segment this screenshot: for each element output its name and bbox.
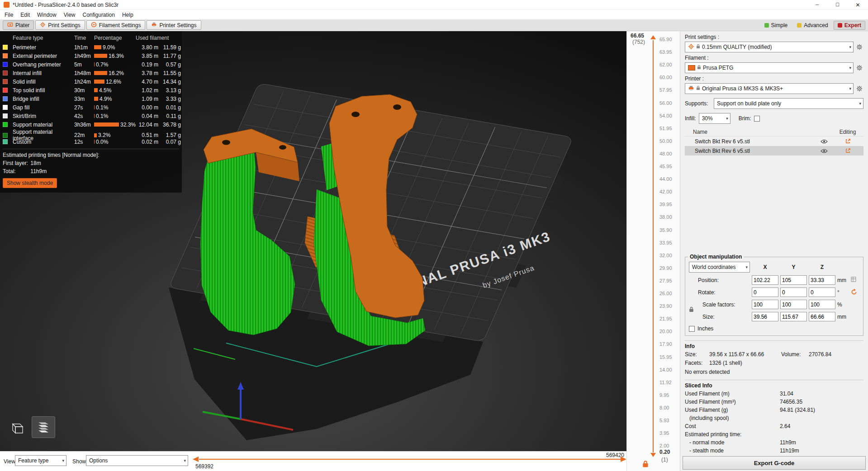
legend-row[interactable]: Custom12s0.0%0.02 m0.07 g — [0, 137, 182, 146]
filament-gear-button[interactable] — [855, 64, 863, 72]
legend-row[interactable]: Support material3h36m32.3%12.04 m36.78 g — [0, 120, 182, 129]
move-slider-track[interactable] — [199, 459, 621, 460]
percentage-bar — [94, 105, 95, 109]
grid-icon[interactable] — [851, 277, 860, 283]
uniform-scale-lock-icon[interactable] — [689, 306, 696, 314]
scale-z-field[interactable] — [809, 300, 835, 309]
filament-settings-tab-icon — [91, 22, 97, 29]
eye-icon[interactable] — [816, 149, 832, 153]
menu-edit[interactable]: Edit — [17, 11, 33, 19]
legend-row[interactable]: Internal infill1h48m16.2%3.78 m11.55 g — [0, 69, 182, 77]
tab-plater[interactable]: Plater — [3, 20, 34, 30]
filament-select[interactable]: Prusa PETG ▾ — [685, 62, 854, 73]
menu-view[interactable]: View — [60, 11, 79, 19]
layer-range-lock-icon[interactable] — [642, 460, 649, 469]
position-label: Position: — [698, 277, 750, 283]
legend-row[interactable]: Skirt/Brim42s0.1%0.04 m0.11 g — [0, 112, 182, 120]
preview-view-button[interactable] — [32, 416, 55, 438]
position-z-field[interactable] — [809, 275, 835, 285]
move-slider-left-arrow[interactable] — [193, 457, 199, 462]
object-list: Name Editing Switch Bkt Rev 6 v5.stl Swi… — [685, 127, 863, 250]
show-stealth-mode-button[interactable]: Show stealth mode — [3, 178, 57, 188]
chevron-down-icon: ▾ — [849, 86, 851, 91]
legend-row[interactable]: Top solid infill30m4.5%1.02 m3.13 g — [0, 86, 182, 94]
feature-percentage: 32.3% — [94, 122, 136, 128]
mode-simple[interactable]: Simple — [760, 21, 792, 30]
position-x-field[interactable] — [752, 275, 778, 285]
chevron-down-icon: ▾ — [859, 101, 861, 106]
print-settings-select[interactable]: 0.15mm QUALITY (modified) ▾ — [685, 42, 854, 52]
supports-select[interactable]: Support on build plate only ▾ — [714, 98, 863, 109]
eye-icon[interactable] — [816, 139, 832, 144]
position-y-field[interactable] — [780, 275, 807, 285]
feature-time: 1h49m — [74, 53, 94, 59]
tab-print-settings[interactable]: Print Settings — [35, 20, 85, 30]
maximize-button[interactable]: ☐ — [827, 0, 848, 9]
feature-time: 22m — [74, 132, 94, 138]
sliced-value: 94.81 (324.81) — [780, 407, 863, 413]
rotate-z-field[interactable] — [809, 287, 835, 297]
mode-expert[interactable]: Expert — [834, 21, 865, 30]
size-y-field[interactable] — [780, 312, 807, 321]
layer-tick-label: 23.90 — [659, 303, 672, 309]
sliced-value — [780, 415, 863, 421]
legend-row[interactable]: Overhang perimeter5m0.7%0.19 m0.57 g — [0, 60, 182, 69]
legend-row[interactable]: Solid infill1h24m12.6%4.70 m14.34 g — [0, 77, 182, 86]
feature-time: 42s — [74, 113, 94, 119]
size-x-field[interactable] — [752, 312, 778, 321]
legend-row[interactable]: Bridge infill33m4.9%1.09 m3.33 g — [0, 94, 182, 103]
object-settings-icon[interactable] — [832, 138, 863, 144]
print-settings-gear-button[interactable] — [855, 43, 863, 51]
move-slider-right-arrow[interactable] — [621, 457, 626, 462]
editor-view-button[interactable] — [5, 416, 28, 438]
show-options-select[interactable]: Options ▾ — [86, 455, 188, 466]
rotate-y-field[interactable] — [780, 287, 807, 297]
tab-printer-settings[interactable]: Printer Settings — [147, 20, 201, 30]
layer-tick-label: 38.00 — [659, 214, 672, 220]
export-gcode-button[interactable]: Export G-code — [683, 456, 866, 470]
menu-window[interactable]: Window — [33, 11, 60, 19]
size-z-field[interactable] — [809, 312, 835, 321]
tab-filament-settings[interactable]: Filament Settings — [86, 20, 146, 30]
first-layer-label: First layer: — [3, 160, 29, 166]
mode-advanced[interactable]: Advanced — [793, 21, 832, 30]
scale-x-field[interactable] — [752, 300, 778, 309]
layer-slider-lower-handle[interactable] — [650, 453, 656, 457]
close-button[interactable]: ✕ — [848, 0, 868, 9]
layer-slider-track[interactable] — [653, 40, 654, 452]
brim-checkbox[interactable] — [754, 116, 760, 122]
layer-tick-label: 20.00 — [659, 329, 672, 334]
info-title: Info — [685, 343, 863, 349]
menu-file[interactable]: File — [1, 11, 17, 19]
legend-row[interactable]: Perimeter1h1m9.0%3.80 m11.59 g — [0, 43, 182, 52]
layer-slider-upper-handle[interactable] — [650, 35, 656, 39]
legend-row[interactable]: Gap fill27s0.1%0.00 m0.01 g — [0, 103, 182, 112]
3d-viewport[interactable]: ORIGINAL PRUSA i3 MK3 by Josef Prusa — [0, 31, 626, 451]
reset-rotation-icon[interactable] — [851, 288, 860, 296]
object-settings-icon[interactable] — [832, 148, 863, 154]
feature-percentage: 9.0% — [94, 44, 136, 51]
inches-checkbox[interactable] — [689, 326, 695, 332]
layer-tick-label: 50.00 — [659, 138, 672, 144]
percentage-label: 3.2% — [98, 132, 110, 138]
scale-y-field[interactable] — [780, 300, 807, 309]
infill-select[interactable]: 30% ▾ — [699, 113, 730, 124]
coordinates-select[interactable]: World coordinates ▾ — [689, 262, 750, 273]
legend-row[interactable]: Support material interface22m3.2%0.51 m1… — [0, 129, 182, 137]
wireframe-cube-icon — [8, 419, 24, 435]
info-size-label: Size: — [685, 351, 709, 358]
feature-used-length: 0.00 m — [136, 104, 158, 111]
menu-help[interactable]: Help — [119, 11, 137, 19]
object-row[interactable]: Switch Bkt Rev 6 v5.stl — [685, 146, 863, 155]
layer-tick-label: 14.00 — [659, 367, 672, 372]
minimize-button[interactable]: ─ — [807, 0, 827, 9]
legend-row[interactable]: External perimeter1h49m16.3%3.85 m11.77 … — [0, 52, 182, 60]
printer-select[interactable]: Original Prusa i3 MK3S & MK3S+ ▾ — [685, 83, 854, 94]
object-row[interactable]: Switch Bkt Rev 6 v5.stl — [685, 137, 863, 146]
sliced-label: Used Filament (g) — [685, 407, 780, 413]
printer-gear-button[interactable] — [855, 85, 863, 93]
menu-configuration[interactable]: Configuration — [79, 11, 119, 19]
rotate-x-field[interactable] — [752, 287, 778, 297]
percentage-bar — [94, 133, 97, 137]
view-type-select[interactable]: Feature type ▾ — [15, 455, 66, 466]
